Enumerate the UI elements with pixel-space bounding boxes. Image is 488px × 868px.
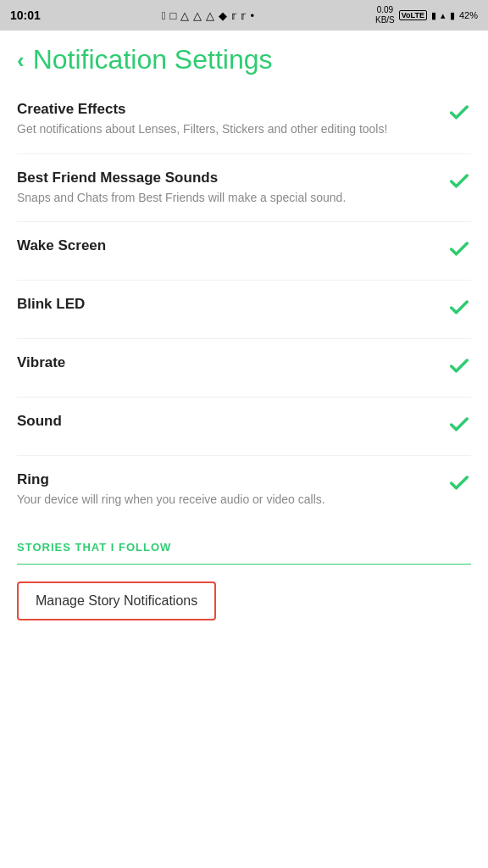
snapchat-icon1: △: [180, 9, 189, 22]
stories-divider: [17, 564, 471, 565]
volte-badge: VoLTE: [399, 10, 427, 20]
snapchat-icon3: △: [206, 9, 214, 22]
item-title-blink-led: Blink LED: [17, 296, 430, 313]
item-description-best-friend-sounds: Snaps and Chats from Best Friends will m…: [17, 190, 430, 207]
status-right: 0.09 KB/S VoLTE ▮ ▴ ▮ 42%: [375, 5, 478, 25]
settings-item-wake-screen[interactable]: Wake Screen: [17, 222, 471, 281]
snapchat-icon4: ◆: [219, 9, 227, 22]
manage-story-notifications-button[interactable]: Manage Story Notifications: [17, 581, 216, 620]
checkmark-vibrate: [447, 354, 471, 381]
item-description-creative-effects: Get notifications about Lenses, Filters,…: [17, 121, 430, 138]
item-title-vibrate: Vibrate: [17, 354, 430, 371]
item-title-ring: Ring: [17, 471, 430, 488]
item-title-creative-effects: Creative Effects: [17, 101, 430, 118]
wifi-icon: ▮: [431, 10, 436, 21]
item-title-best-friend-sounds: Best Friend Message Sounds: [17, 170, 430, 186]
status-bar: 10:01  □ △ △ △ ◆ 𝕣 𝕣 • 0.09 KB/S VoLTE …: [0, 0, 488, 31]
facebook-icon: : [162, 9, 166, 22]
item-title-sound: Sound: [17, 413, 430, 430]
page-title: Notification Settings: [33, 44, 273, 75]
signal-icon: ▴: [441, 10, 446, 21]
settings-item-sound[interactable]: Sound: [17, 398, 471, 456]
battery-icon: ▮: [450, 10, 455, 21]
checkmark-sound: [447, 413, 471, 440]
stories-section-header: STORIES THAT I FOLLOW: [17, 541, 471, 554]
twitter-icon2: 𝕣: [241, 9, 246, 22]
data-speed: 0.09 KB/S: [375, 5, 395, 25]
twitter-icon1: 𝕣: [231, 9, 236, 22]
checkmark-blink-led: [447, 296, 471, 323]
settings-item-best-friend-sounds[interactable]: Best Friend Message SoundsSnaps and Chat…: [17, 154, 471, 223]
snapchat-icon2: △: [193, 9, 202, 22]
status-icons:  □ △ △ △ ◆ 𝕣 𝕣 •: [162, 9, 254, 22]
checkmark-wake-screen: [447, 237, 471, 264]
battery-percent: 42%: [459, 10, 478, 20]
checkmark-ring: [447, 471, 471, 498]
header: ‹ Notification Settings: [0, 31, 488, 86]
instagram-icon: □: [170, 9, 177, 22]
settings-item-vibrate[interactable]: Vibrate: [17, 339, 471, 398]
item-description-ring: Your device will ring when you receive a…: [17, 492, 430, 509]
settings-item-ring[interactable]: RingYour device will ring when you recei…: [17, 456, 471, 524]
checkmark-best-friend-sounds: [447, 170, 471, 197]
dot-icon: •: [250, 9, 254, 22]
settings-list: Creative EffectsGet notifications about …: [0, 86, 488, 524]
settings-item-blink-led[interactable]: Blink LED: [17, 281, 471, 339]
back-button[interactable]: ‹: [17, 49, 25, 71]
stories-section: STORIES THAT I FOLLOW Manage Story Notif…: [0, 524, 488, 620]
status-time: 10:01: [10, 8, 41, 22]
checkmark-creative-effects: [447, 101, 471, 128]
item-title-wake-screen: Wake Screen: [17, 237, 430, 254]
settings-item-creative-effects[interactable]: Creative EffectsGet notifications about …: [17, 86, 471, 154]
